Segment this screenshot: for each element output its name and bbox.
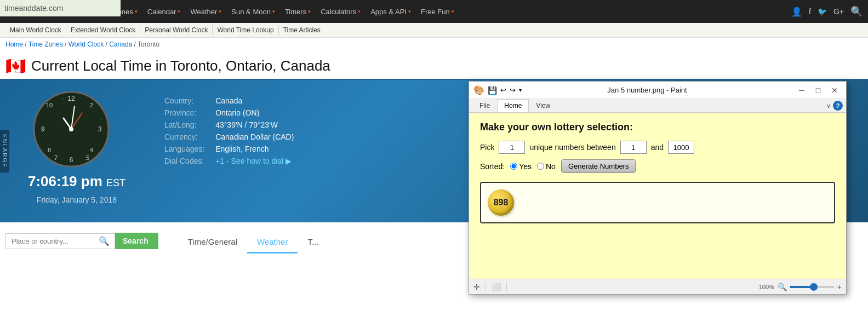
- search-button[interactable]: Search: [113, 233, 158, 249]
- ribbon-tab-home[interactable]: Home: [497, 99, 529, 112]
- top-nav: Home ▾ World Clock ▾ Time Zones ▾ Calend…: [0, 0, 868, 23]
- arrow-icon: ▾: [178, 9, 180, 14]
- breadcrumb-toronto: Toronto: [138, 41, 159, 48]
- ribbon-expand-icon[interactable]: ∨: [826, 102, 831, 110]
- svg-text:9: 9: [41, 125, 45, 133]
- paint-titlebar: 🎨 💾 ↩ ↪ ▾ Jan 5 number.png - Paint ─ □ ✕: [469, 82, 846, 99]
- paint-window: 🎨 💾 ↩ ↪ ▾ Jan 5 number.png - Paint ─ □ ✕…: [469, 81, 847, 295]
- sub-nav: Main World Clock Extended World Clock Pe…: [0, 23, 868, 38]
- facebook-icon[interactable]: f: [809, 7, 811, 16]
- dialcodes-link[interactable]: +1 - See how to dial ▶: [215, 157, 292, 165]
- svg-text:8: 8: [48, 147, 51, 153]
- province-value: Ontario (ON): [215, 108, 294, 117]
- nav-weather[interactable]: Weather ▾: [186, 5, 226, 18]
- sorted-label: Sorted:: [480, 162, 505, 171]
- subnav-extended[interactable]: Extended World Clock: [66, 25, 141, 35]
- statusbar-right: 100% 🔍 +: [759, 283, 842, 291]
- languages-value: English, French: [215, 145, 294, 153]
- arrow-icon: ▾: [358, 9, 361, 14]
- paint-undo-icon[interactable]: ↩: [500, 86, 506, 94]
- svg-text:4: 4: [90, 147, 93, 153]
- nav-apps[interactable]: Apps & API ▾: [366, 5, 415, 18]
- nav-right-icons: 👤 f 🐦 G+ 🔍: [791, 5, 863, 18]
- ribbon-tab-view[interactable]: View: [529, 99, 557, 112]
- ribbon-tab-file[interactable]: File: [472, 99, 497, 112]
- sorted-no-radio[interactable]: [537, 163, 544, 170]
- arrow-icon: ▾: [135, 9, 138, 14]
- breadcrumb-home[interactable]: Home: [5, 41, 23, 48]
- breadcrumb: Home / Time Zones / World Clock / Canada…: [0, 38, 868, 51]
- currency-label: Currency:: [164, 133, 204, 141]
- tab-time-general[interactable]: Time/General: [178, 232, 247, 254]
- generate-numbers-button[interactable]: Generate Numbers: [561, 159, 636, 173]
- sorted-yes-label[interactable]: Yes: [510, 162, 532, 171]
- timezone: EST: [106, 177, 125, 188]
- zoom-minus-icon[interactable]: 🔍: [778, 283, 787, 291]
- svg-point-16: [69, 127, 73, 131]
- paint-save-icon[interactable]: 💾: [488, 86, 497, 95]
- svg-text:10: 10: [46, 102, 53, 108]
- paint-dropdown-icon[interactable]: ▾: [519, 87, 522, 93]
- latlong-label: Lat/Long:: [164, 120, 204, 129]
- pick-value-input[interactable]: [499, 141, 525, 154]
- zoom-slider[interactable]: [790, 286, 834, 288]
- tab-third[interactable]: T...: [298, 232, 328, 254]
- subnav-lookup[interactable]: World Time Lookup: [213, 25, 278, 35]
- sorted-yes-radio[interactable]: [510, 163, 517, 170]
- select-icon: ⬜: [492, 283, 501, 291]
- clock-wrapper: 12 3 6 9 2 · 10 4 8 · 7 5: [11, 91, 132, 204]
- subnav-articles[interactable]: Time Articles: [279, 25, 325, 35]
- zoom-slider-thumb[interactable]: [810, 283, 818, 291]
- nav-calculators[interactable]: Calculators ▾: [316, 5, 365, 18]
- twitter-icon[interactable]: 🐦: [818, 7, 827, 16]
- nav-calendar[interactable]: Calendar ▾: [143, 5, 185, 18]
- help-button[interactable]: ?: [833, 101, 843, 111]
- province-label: Province:: [164, 108, 204, 117]
- zoom-plus-icon[interactable]: +: [837, 283, 842, 291]
- lottery-ball: 898: [488, 189, 514, 216]
- svg-text:·: ·: [100, 116, 102, 122]
- breadcrumb-timezones[interactable]: Time Zones: [28, 41, 63, 48]
- nav-sun-moon[interactable]: Sun & Moon ▾: [227, 5, 279, 18]
- zoom-percent: 100%: [759, 284, 774, 290]
- paint-minimize-button[interactable]: ─: [795, 85, 809, 96]
- tab-weather[interactable]: Weather: [247, 232, 298, 254]
- paint-win-controls: ─ □ ✕: [795, 85, 842, 96]
- bottom-tabs: Time/General Weather T...: [173, 228, 334, 254]
- ribbon-help-area: ∨ ?: [826, 99, 843, 112]
- nav-free-fun[interactable]: Free Fun ▾: [416, 5, 459, 18]
- enlarge-tab[interactable]: ENLARGE: [0, 130, 9, 172]
- breadcrumb-worldclock[interactable]: World Clock: [68, 41, 104, 48]
- latlong-value: 43°39'N / 79°23'W: [215, 120, 294, 129]
- pick-label: Pick: [480, 143, 494, 152]
- page-title: Current Local Time in Toronto, Ontario, …: [31, 57, 330, 74]
- search-icon[interactable]: 🔍: [850, 5, 863, 18]
- svg-text:2: 2: [90, 102, 93, 108]
- arrow-icon: ▾: [272, 9, 275, 14]
- arrow-icon: ▾: [452, 9, 454, 14]
- arrow-icon: ▾: [408, 9, 411, 14]
- paint-window-title: Jan 5 number.png - Paint: [526, 86, 768, 94]
- googleplus-icon[interactable]: G+: [833, 7, 844, 16]
- search-magnifier-button[interactable]: 🔍: [99, 236, 110, 246]
- paint-statusbar: ✛ ⬜ 100% 🔍 +: [469, 279, 846, 294]
- svg-text:·: ·: [62, 95, 64, 102]
- country-value: Canada: [215, 96, 294, 105]
- logo-area: timeanddate.com: [0, 0, 121, 16]
- paint-content-area: Make your own lottery selection: Pick un…: [469, 113, 846, 279]
- user-icon[interactable]: 👤: [791, 7, 802, 17]
- analog-clock: 12 3 6 9 2 · 10 4 8 · 7 5: [33, 91, 110, 168]
- range-to-input[interactable]: [668, 141, 694, 154]
- sorted-no-label[interactable]: No: [537, 162, 556, 171]
- breadcrumb-canada[interactable]: Canada: [109, 41, 132, 48]
- lottery-pick-row: Pick unique numbers between and: [480, 141, 835, 154]
- paint-close-button[interactable]: ✕: [827, 85, 842, 96]
- country-label: Country:: [164, 96, 204, 105]
- range-from-input[interactable]: [620, 141, 647, 154]
- paint-maximize-button[interactable]: □: [811, 85, 825, 96]
- paint-redo-icon[interactable]: ↪: [510, 86, 516, 94]
- nav-timers[interactable]: Timers ▾: [281, 5, 315, 18]
- subnav-main-world-clock[interactable]: Main World Clock: [5, 25, 66, 35]
- subnav-personal[interactable]: Personal World Clock: [140, 25, 213, 35]
- dialcodes-label: Dial Codes:: [164, 157, 204, 165]
